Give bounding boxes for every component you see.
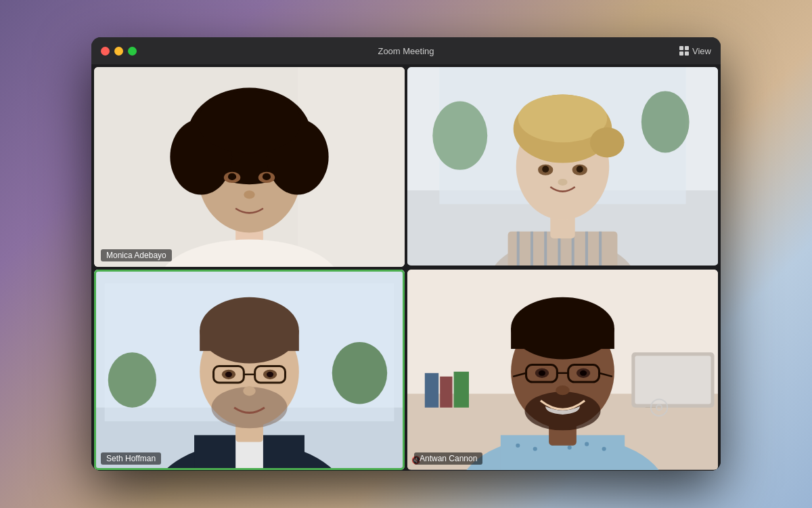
close-button[interactable] <box>101 47 110 56</box>
participant-name-seth: Seth Hoffman <box>101 452 161 465</box>
svg-point-74 <box>533 447 537 451</box>
svg-point-60 <box>243 386 255 396</box>
video-grid: Monica Adebayo <box>91 64 721 471</box>
svg-point-92 <box>580 371 587 376</box>
video-cell-monica: Monica Adebayo <box>94 67 405 267</box>
svg-point-91 <box>539 371 545 376</box>
view-label: View <box>692 46 711 56</box>
maximize-button[interactable] <box>128 47 137 56</box>
video-cell-woman2 <box>407 67 718 267</box>
svg-point-93 <box>556 385 569 395</box>
video-cell-antwan: 🔇 Antwan Cannon <box>407 270 718 469</box>
svg-point-10 <box>198 91 301 154</box>
window-title: Zoom Meeting <box>378 46 434 56</box>
svg-point-77 <box>585 442 589 446</box>
svg-rect-70 <box>635 356 710 404</box>
svg-point-43 <box>108 353 156 408</box>
minimize-button[interactable] <box>114 47 123 56</box>
participant-name-antwan: Antwan Cannon <box>414 452 482 465</box>
svg-point-58 <box>225 372 232 377</box>
svg-rect-65 <box>440 377 452 408</box>
svg-point-34 <box>590 127 625 158</box>
view-button[interactable]: View <box>679 46 711 56</box>
svg-point-38 <box>577 166 583 173</box>
titlebar: Zoom Meeting View <box>91 37 721 64</box>
svg-point-44 <box>332 342 387 404</box>
svg-rect-64 <box>425 373 438 408</box>
svg-point-13 <box>228 173 236 180</box>
svg-rect-66 <box>454 372 469 408</box>
grid-view-icon <box>679 46 689 56</box>
svg-point-19 <box>432 102 487 170</box>
svg-point-50 <box>200 297 299 364</box>
participant-name-monica: Monica Adebayo <box>101 249 172 261</box>
svg-point-59 <box>267 372 273 377</box>
svg-point-14 <box>263 173 271 180</box>
svg-point-78 <box>602 447 606 451</box>
svg-rect-51 <box>200 331 299 352</box>
zoom-window: Zoom Meeting View <box>91 37 721 471</box>
svg-point-37 <box>542 166 549 173</box>
svg-point-39 <box>558 179 567 186</box>
svg-point-73 <box>516 444 520 448</box>
svg-point-15 <box>244 190 254 198</box>
svg-point-76 <box>568 446 572 450</box>
traffic-lights <box>101 47 137 56</box>
video-cell-seth: Seth Hoffman <box>94 270 405 469</box>
svg-point-20 <box>641 91 690 152</box>
svg-rect-82 <box>511 329 614 350</box>
